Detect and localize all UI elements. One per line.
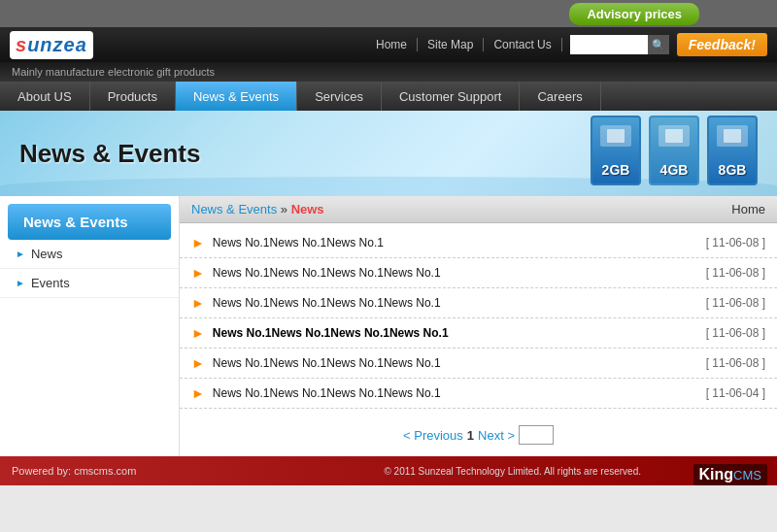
news-arrow-icon-4: ► [191, 355, 205, 371]
sidebar-item-events[interactable]: ► Events [0, 269, 179, 298]
breadcrumb-current: News [291, 202, 324, 216]
news-arrow-icon-5: ► [191, 385, 205, 401]
sd-card-label-8gb: 8GB [719, 162, 747, 178]
sd-card-icon-4gb [659, 125, 690, 147]
sd-card-8gb: 8GB [707, 116, 758, 185]
breadcrumb-bar: News & Events » News Home [180, 196, 777, 223]
pagination-prev[interactable]: < Previous [403, 428, 463, 443]
news-title-0: News No.1News No.1News No.1 [213, 236, 706, 249]
news-date-5: [ 11-06-04 ] [706, 386, 765, 400]
news-title-2: News No.1News No.1News No.1News No.1 [213, 296, 706, 310]
footer-logo-cms: CMS [733, 468, 761, 482]
hero-title: News & Events [19, 139, 200, 169]
footer: Powered by: cmscms.com © 2011 Sunzeal Te… [0, 456, 777, 485]
search-button[interactable]: 🔍 [648, 35, 669, 54]
advisory-bar: Advisory prices [0, 0, 777, 27]
news-title-3: News No.1News No.1News No.1News No.1 [213, 326, 706, 340]
news-title-5: News No.1News No.1News No.1News No.1 [213, 386, 706, 400]
pagination-input[interactable] [519, 425, 554, 445]
news-item-1[interactable]: ► News No.1News No.1News No.1News No.1 [… [180, 258, 777, 288]
footer-logo-text: King [699, 466, 734, 482]
nav-careers[interactable]: Careers [520, 82, 600, 111]
subtitle-text: Mainly manufacture electronic gift produ… [12, 66, 215, 78]
breadcrumb-separator: » [281, 202, 291, 216]
bullet-icon-events: ► [16, 278, 25, 288]
sd-chip-2gb [607, 129, 625, 143]
sd-card-icon-2gb [600, 125, 631, 147]
news-item-3[interactable]: ► News No.1News No.1News No.1News No.1 [… [180, 318, 777, 349]
main-content: News & Events » News Home ► News No.1New… [180, 196, 777, 456]
hero-cards: 2GB 4GB 8GB [591, 116, 758, 185]
header-nav-contact[interactable]: Contact Us [484, 38, 561, 51]
header: sunzea Home Site Map Contact Us 🔍 Feedba… [0, 27, 777, 62]
news-date-2: [ 11-06-08 ] [706, 296, 765, 310]
pagination-next[interactable]: Next > [478, 428, 515, 443]
footer-logo: KingCMS [693, 464, 767, 485]
news-item-4[interactable]: ► News No.1News No.1News No.1News No.1 [… [180, 349, 777, 379]
header-nav-sitemap[interactable]: Site Map [418, 38, 484, 51]
logo-text: sunzea [16, 34, 87, 55]
sd-card-label-4gb: 4GB [660, 162, 689, 178]
news-date-3: [ 11-06-08 ] [706, 326, 765, 340]
logo-box: sunzea [10, 31, 93, 59]
header-nav-home[interactable]: Home [366, 38, 418, 51]
header-nav: Home Site Map Contact Us 🔍 Feedback! [366, 33, 767, 56]
nav-services[interactable]: Services [297, 82, 382, 111]
news-arrow-icon-2: ► [191, 295, 205, 311]
news-date-0: [ 11-06-08 ] [706, 236, 765, 249]
sidebar: News & Events ► News ► Events [0, 196, 180, 456]
nav-news-events[interactable]: News & Events [176, 82, 297, 111]
news-date-4: [ 11-06-08 ] [706, 356, 765, 370]
nav-products[interactable]: Products [90, 82, 176, 111]
news-title-4: News No.1News No.1News No.1News No.1 [213, 356, 706, 370]
main-nav: About US Products News & Events Services… [0, 82, 777, 111]
sd-card-icon-8gb [717, 125, 748, 147]
sidebar-item-news[interactable]: ► News [0, 240, 179, 269]
nav-about[interactable]: About US [0, 82, 90, 111]
sidebar-item-news-label: News [31, 247, 63, 261]
news-title-1: News No.1News No.1News No.1News No.1 [213, 266, 706, 280]
news-list: ► News No.1News No.1News No.1 [ 11-06-08… [180, 223, 777, 414]
sd-chip-4gb [665, 129, 683, 143]
news-item-0[interactable]: ► News No.1News No.1News No.1 [ 11-06-08… [180, 228, 777, 258]
subtitle-bar: Mainly manufacture electronic gift produ… [0, 62, 777, 82]
hero-banner: News & Events 2GB 4GB 8GB [0, 111, 777, 196]
sidebar-item-events-label: Events [31, 276, 70, 290]
advisory-prices-button[interactable]: Advisory prices [569, 3, 699, 25]
news-arrow-icon-0: ► [191, 235, 205, 250]
news-date-1: [ 11-06-08 ] [706, 266, 765, 280]
content-wrapper: News & Events ► News ► Events News & Eve… [0, 196, 777, 456]
sd-card-4gb: 4GB [649, 116, 699, 185]
news-arrow-icon-1: ► [191, 265, 205, 281]
breadcrumb-section-link[interactable]: News & Events [191, 202, 277, 216]
search-input[interactable] [570, 35, 648, 54]
news-arrow-icon-3: ► [191, 325, 205, 341]
feedback-button[interactable]: Feedback! [677, 33, 767, 56]
sidebar-header: News & Events [8, 204, 171, 240]
footer-powered-by: Powered by: cmscms.com [12, 465, 136, 477]
pagination: < Previous 1 Next > [180, 414, 777, 456]
footer-copyright: © 2011 Sunzeal Technology Limited. All r… [384, 466, 641, 477]
sd-card-2gb: 2GB [591, 116, 641, 185]
sd-chip-8gb [724, 129, 741, 143]
news-item-5[interactable]: ► News No.1News No.1News No.1News No.1 [… [180, 379, 777, 409]
breadcrumb: News & Events » News [191, 202, 324, 216]
pagination-current: 1 [467, 428, 474, 443]
nav-customer-support[interactable]: Customer Support [382, 82, 521, 111]
logo-area: sunzea [10, 31, 93, 59]
bullet-icon-news: ► [16, 249, 25, 259]
sd-card-label-2gb: 2GB [602, 162, 630, 178]
news-item-2[interactable]: ► News No.1News No.1News No.1News No.1 [… [180, 288, 777, 318]
breadcrumb-home: Home [731, 202, 765, 216]
